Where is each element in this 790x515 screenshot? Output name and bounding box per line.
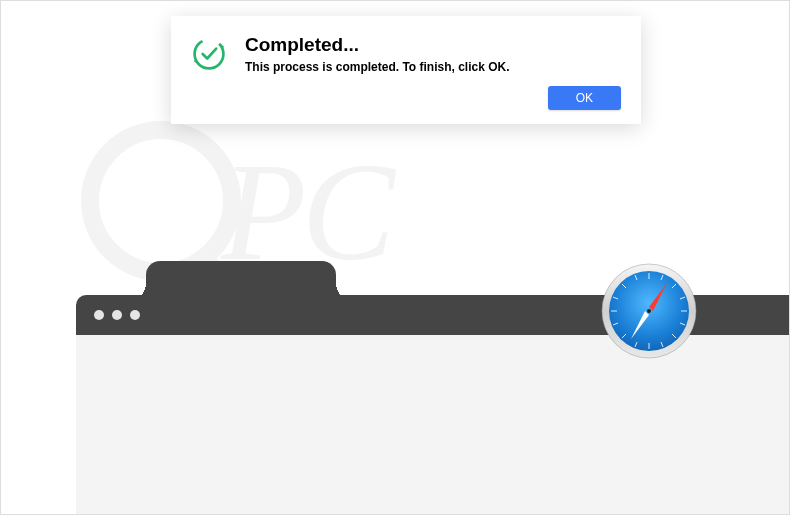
svg-point-21 bbox=[191, 36, 227, 72]
completed-checkmark-icon bbox=[191, 36, 227, 72]
completion-dialog: Completed... This process is completed. … bbox=[171, 16, 641, 124]
safari-icon bbox=[599, 261, 699, 361]
dialog-title: Completed... bbox=[245, 34, 621, 56]
maximize-traffic-light[interactable] bbox=[130, 310, 140, 320]
watermark-magnifier-icon bbox=[81, 121, 241, 281]
dialog-message: This process is completed. To finish, cl… bbox=[245, 60, 621, 74]
svg-point-20 bbox=[647, 309, 651, 313]
minimize-traffic-light[interactable] bbox=[112, 310, 122, 320]
browser-content-area bbox=[76, 335, 790, 515]
ok-button[interactable]: OK bbox=[548, 86, 621, 110]
close-traffic-light[interactable] bbox=[94, 310, 104, 320]
